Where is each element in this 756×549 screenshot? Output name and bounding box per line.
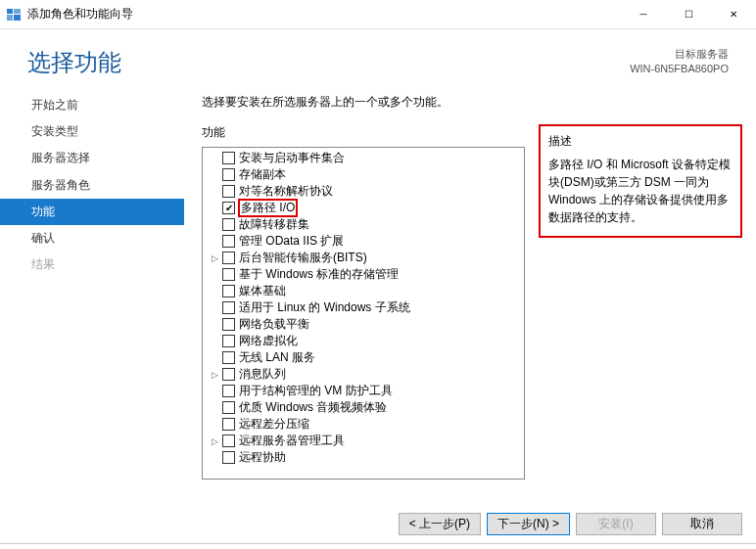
sidebar-item-before-begin[interactable]: 开始之前 — [0, 92, 184, 118]
feature-label: 媒体基础 — [239, 283, 286, 299]
minimize-button[interactable]: ─ — [621, 0, 666, 29]
feature-checkbox[interactable] — [222, 202, 235, 214]
feature-label: 无线 LAN 服务 — [239, 349, 315, 366]
feature-checkbox[interactable] — [222, 318, 235, 331]
feature-checkbox[interactable] — [222, 368, 235, 381]
next-button[interactable]: 下一步(N) > — [487, 513, 570, 535]
install-button: 安装(I) — [576, 513, 656, 535]
sidebar-item-install-type[interactable]: 安装类型 — [0, 118, 184, 145]
feature-label: 故障转移群集 — [239, 216, 309, 233]
app-icon — [6, 7, 22, 23]
feature-checkbox[interactable] — [222, 168, 235, 181]
expand-icon[interactable]: ▷ — [209, 369, 220, 381]
expand-icon[interactable]: ▷ — [209, 435, 220, 447]
feature-row[interactable]: 网络负载平衡 — [203, 316, 524, 333]
svg-rect-0 — [7, 9, 13, 14]
feature-label: 消息队列 — [239, 366, 286, 383]
feature-row[interactable]: 优质 Windows 音频视频体验 — [203, 399, 524, 416]
columns: 功能 安装与启动事件集合存储副本对等名称解析协议多路径 I/O故障转移群集管理 … — [202, 124, 742, 480]
features-label: 功能 — [202, 124, 525, 141]
feature-checkbox[interactable] — [222, 301, 235, 314]
target-server-label: 目标服务器 — [630, 47, 729, 62]
features-column: 功能 安装与启动事件集合存储副本对等名称解析协议多路径 I/O故障转移群集管理 … — [202, 124, 525, 480]
feature-checkbox[interactable] — [222, 401, 235, 414]
footer-buttons: < 上一步(P) 下一步(N) > 安装(I) 取消 — [399, 513, 742, 535]
sidebar-item-features[interactable]: 功能 — [0, 199, 184, 225]
feature-label: 远程协助 — [239, 449, 286, 466]
window-controls: ─ ☐ ✕ — [621, 0, 756, 29]
feature-checkbox[interactable] — [222, 435, 235, 447]
description-box: 描述 多路径 I/O 和 Microsoft 设备特定模块(DSM)或第三方 D… — [539, 124, 742, 238]
sidebar-item-server-select[interactable]: 服务器选择 — [0, 145, 184, 171]
feature-row[interactable]: 基于 Windows 标准的存储管理 — [203, 266, 524, 283]
feature-checkbox[interactable] — [222, 385, 235, 397]
feature-label: 优质 Windows 音频视频体验 — [239, 399, 387, 416]
feature-checkbox[interactable] — [222, 235, 235, 248]
feature-row[interactable]: 网络虚拟化 — [203, 333, 524, 349]
feature-row[interactable]: 管理 OData IIS 扩展 — [203, 233, 524, 250]
page-title: 选择功能 — [27, 47, 121, 78]
window-title: 添加角色和功能向导 — [27, 6, 621, 23]
feature-checkbox[interactable] — [222, 351, 235, 364]
feature-label: 基于 Windows 标准的存储管理 — [239, 266, 399, 283]
feature-label: 对等名称解析协议 — [239, 183, 333, 200]
feature-checkbox[interactable] — [222, 218, 235, 231]
maximize-button[interactable]: ☐ — [666, 0, 711, 29]
feature-label: 后台智能传输服务(BITS) — [239, 250, 367, 266]
feature-row[interactable]: ▷消息队列 — [203, 366, 524, 383]
feature-row[interactable]: ▷后台智能传输服务(BITS) — [203, 250, 524, 266]
instruction-text: 选择要安装在所选服务器上的一个或多个功能。 — [202, 88, 742, 124]
feature-label: 适用于 Linux 的 Windows 子系统 — [239, 299, 410, 316]
feature-checkbox[interactable] — [222, 152, 235, 164]
expand-icon[interactable]: ▷ — [209, 252, 220, 264]
feature-label: 远程差分压缩 — [239, 416, 309, 433]
description-column: 描述 多路径 I/O 和 Microsoft 设备特定模块(DSM)或第三方 D… — [539, 124, 742, 480]
feature-row[interactable]: 存储副本 — [203, 166, 524, 183]
feature-checkbox[interactable] — [222, 418, 235, 431]
feature-checkbox[interactable] — [222, 335, 235, 347]
feature-label: 多路径 I/O — [239, 200, 297, 216]
feature-row[interactable]: 多路径 I/O — [203, 200, 524, 216]
feature-label: 远程服务器管理工具 — [239, 433, 345, 449]
feature-checkbox[interactable] — [222, 185, 235, 198]
feature-label: 网络虚拟化 — [239, 333, 298, 349]
feature-row[interactable]: 对等名称解析协议 — [203, 183, 524, 200]
feature-label: 网络负载平衡 — [239, 316, 309, 333]
feature-checkbox[interactable] — [222, 252, 235, 264]
feature-row[interactable]: 适用于 Linux 的 Windows 子系统 — [203, 299, 524, 316]
sidebar-item-confirm[interactable]: 确认 — [0, 225, 184, 252]
sidebar-item-server-roles[interactable]: 服务器角色 — [0, 172, 184, 199]
feature-label: 存储副本 — [239, 166, 286, 183]
feature-row[interactable]: 无线 LAN 服务 — [203, 349, 524, 366]
close-button[interactable]: ✕ — [711, 0, 756, 29]
target-server-info: 目标服务器 WIN-6N5FBA860PO — [630, 47, 729, 77]
sidebar: 开始之前 安装类型 服务器选择 服务器角色 功能 确认 结果 — [0, 88, 184, 480]
description-text: 多路径 I/O 和 Microsoft 设备特定模块(DSM)或第三方 DSM … — [548, 156, 732, 226]
feature-checkbox[interactable] — [222, 285, 235, 297]
titlebar: 添加角色和功能向导 ─ ☐ ✕ — [0, 0, 756, 29]
cancel-button[interactable]: 取消 — [662, 513, 742, 535]
feature-label: 管理 OData IIS 扩展 — [239, 233, 344, 250]
bottom-strip — [0, 543, 756, 549]
feature-row[interactable]: 安装与启动事件集合 — [203, 150, 524, 166]
wizard-body: 开始之前 安装类型 服务器选择 服务器角色 功能 确认 结果 选择要安装在所选服… — [0, 88, 756, 480]
target-server-value: WIN-6N5FBA860PO — [630, 62, 729, 76]
feature-row[interactable]: 媒体基础 — [203, 283, 524, 299]
feature-row[interactable]: ▷远程服务器管理工具 — [203, 433, 524, 449]
feature-row[interactable]: 远程协助 — [203, 449, 524, 466]
sidebar-item-results: 结果 — [0, 252, 184, 278]
previous-button[interactable]: < 上一步(P) — [399, 513, 481, 535]
svg-rect-3 — [14, 15, 21, 21]
feature-row[interactable]: 远程差分压缩 — [203, 416, 524, 433]
description-label: 描述 — [548, 132, 732, 150]
feature-row[interactable]: 用于结构管理的 VM 防护工具 — [203, 383, 524, 399]
svg-rect-2 — [7, 15, 13, 21]
feature-row[interactable]: 故障转移群集 — [203, 216, 524, 233]
feature-label: 用于结构管理的 VM 防护工具 — [239, 383, 393, 399]
feature-checkbox[interactable] — [222, 451, 235, 464]
features-tree[interactable]: 安装与启动事件集合存储副本对等名称解析协议多路径 I/O故障转移群集管理 ODa… — [202, 147, 525, 480]
header: 选择功能 目标服务器 WIN-6N5FBA860PO — [0, 29, 756, 88]
feature-checkbox[interactable] — [222, 268, 235, 281]
main-panel: 选择要安装在所选服务器上的一个或多个功能。 功能 安装与启动事件集合存储副本对等… — [184, 88, 742, 480]
feature-label: 安装与启动事件集合 — [239, 150, 345, 166]
